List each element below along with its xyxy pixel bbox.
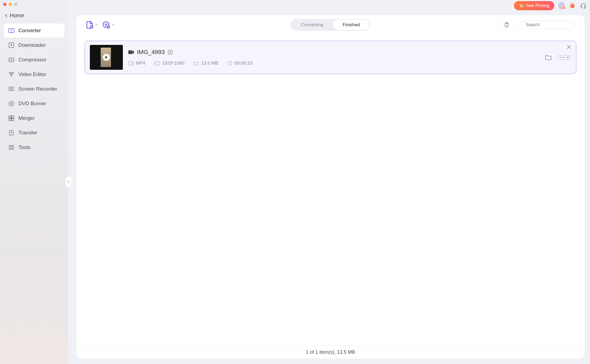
sidebar-item-dvd-burner[interactable]: DVD Burner [4, 97, 64, 111]
svg-point-7 [9, 101, 14, 106]
add-disc-button[interactable] [102, 21, 115, 29]
svg-rect-5 [9, 87, 14, 91]
svg-point-23 [571, 4, 572, 5]
file-size: 13.5 MB [201, 61, 218, 66]
svg-point-8 [11, 103, 12, 104]
headset-icon [580, 2, 586, 9]
gift-icon [569, 3, 575, 9]
maximize-window-button[interactable] [14, 3, 17, 6]
sidebar: Home Converter Downloader Compressor Vid… [0, 0, 68, 364]
tab-finished[interactable]: Finished [333, 20, 370, 30]
svg-point-29 [105, 24, 107, 25]
svg-point-40 [560, 57, 561, 58]
sidebar-item-transfer[interactable]: Transfer [4, 126, 64, 140]
svg-rect-14 [9, 145, 11, 147]
file-meta: MP4 1920*1080 13.5 MB 00:00:10 [128, 61, 540, 66]
clipboard-icon [504, 22, 509, 28]
clipboard-button[interactable] [499, 21, 514, 29]
chevron-down-icon [566, 56, 569, 58]
sidebar-item-video-editor[interactable]: Video Editor [4, 67, 64, 81]
user-avatar[interactable] [558, 2, 565, 9]
svg-rect-15 [12, 145, 14, 147]
chevron-down-icon [112, 24, 115, 26]
filename-row: IMG_4993 [128, 49, 540, 56]
converter-icon [8, 27, 15, 34]
svg-point-38 [156, 62, 156, 63]
format-icon [128, 61, 134, 65]
sidebar-item-downloader[interactable]: Downloader [4, 38, 64, 52]
svg-rect-26 [585, 6, 586, 8]
tab-converting[interactable]: Converting [291, 20, 333, 30]
clock-icon [228, 61, 232, 66]
chevron-down-icon [95, 24, 98, 26]
file-actions [545, 55, 571, 60]
sidebar-item-label: Screen Recorder [18, 86, 57, 92]
cart-icon [519, 3, 524, 8]
more-options-button[interactable] [558, 55, 571, 59]
file-duration: 00:00:10 [235, 61, 253, 66]
edit-icon[interactable] [168, 49, 173, 55]
svg-rect-9 [9, 116, 11, 118]
file-format: MP4 [136, 61, 145, 66]
svg-rect-34 [128, 50, 132, 54]
file-card[interactable]: IMG_4993 MP4 1920*1080 13.5 MB 00:00:10 [84, 41, 576, 74]
close-window-button[interactable] [3, 3, 6, 6]
folder-icon [194, 61, 199, 65]
sidebar-item-converter[interactable]: Converter [4, 24, 64, 38]
svg-rect-11 [9, 118, 11, 121]
add-file-button[interactable] [86, 21, 98, 29]
search-input[interactable] [526, 22, 580, 27]
status-text: 1 of 1 item(s), 13.5 MB [306, 349, 355, 355]
sidebar-item-merger[interactable]: Merger [4, 111, 64, 125]
svg-rect-25 [581, 6, 582, 8]
sidebar-item-label: Downloader [18, 42, 46, 48]
minimize-window-button[interactable] [9, 3, 12, 6]
file-plus-icon [86, 21, 94, 29]
sidebar-item-screen-recorder[interactable]: Screen Recorder [4, 82, 64, 96]
sidebar-collapse-toggle[interactable] [65, 177, 71, 187]
svg-point-6 [11, 88, 12, 90]
sidebar-item-tools[interactable]: Tools [4, 140, 64, 154]
home-nav[interactable]: Home [0, 9, 68, 24]
sidebar-item-label: Merger [18, 115, 35, 121]
conversion-tabs: Converting Finished [290, 19, 371, 31]
svg-rect-12 [12, 118, 14, 121]
tools-icon [8, 144, 15, 151]
search-field[interactable] [520, 21, 575, 29]
sidebar-item-label: Compressor [18, 57, 46, 63]
chevron-left-icon [67, 180, 69, 184]
svg-point-24 [572, 4, 574, 5]
play-icon [105, 56, 108, 59]
svg-rect-2 [9, 58, 14, 62]
video-thumbnail[interactable] [90, 45, 123, 70]
video-editor-icon [8, 71, 15, 78]
play-button[interactable] [103, 54, 110, 61]
chevron-left-icon [5, 14, 8, 18]
status-bar: 1 of 1 item(s), 13.5 MB [76, 346, 585, 359]
merger-icon [8, 115, 15, 121]
panel-toolbar: Converting Finished [76, 15, 585, 35]
pricing-label: See Pricing [526, 3, 549, 8]
filename: IMG_4993 [137, 49, 165, 56]
remove-file-button[interactable] [567, 45, 571, 50]
svg-point-18 [520, 7, 521, 8]
support-button[interactable] [580, 2, 587, 9]
close-icon [567, 45, 571, 49]
disc-plus-icon [102, 21, 110, 29]
svg-point-19 [522, 7, 523, 8]
open-folder-button[interactable] [545, 55, 552, 60]
file-list: IMG_4993 MP4 1920*1080 13.5 MB 00:00:10 [76, 35, 585, 346]
avatar-icon [558, 2, 565, 9]
gift-button[interactable] [569, 2, 576, 9]
file-resolution: 1920*1080 [162, 61, 184, 66]
svg-point-42 [563, 57, 564, 58]
svg-rect-36 [129, 62, 132, 65]
more-icon [559, 56, 565, 59]
see-pricing-button[interactable]: See Pricing [514, 1, 554, 10]
sidebar-item-compressor[interactable]: Compressor [4, 53, 64, 67]
home-label: Home [10, 12, 24, 19]
sidebar-nav: Converter Downloader Compressor Video Ed… [0, 24, 68, 154]
screen-recorder-icon [8, 86, 15, 92]
file-info: IMG_4993 MP4 1920*1080 13.5 MB 00:00:10 [128, 49, 540, 66]
svg-rect-22 [572, 5, 573, 8]
